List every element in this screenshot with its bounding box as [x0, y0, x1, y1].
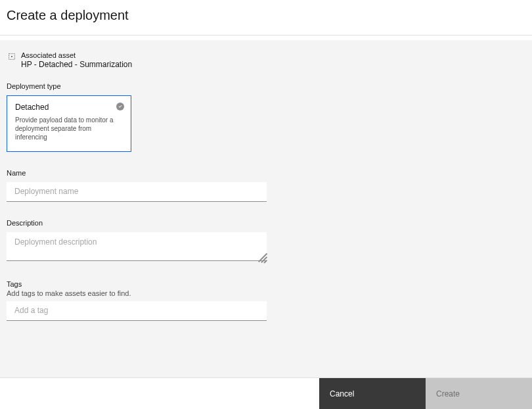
description-label: Description [7, 219, 525, 227]
footer-bar: Cancel Create [0, 377, 532, 409]
deployment-type-option-desc: Provide payload data to monitor a deploy… [15, 116, 123, 141]
tags-input[interactable] [7, 301, 267, 321]
page-header: Create a deployment [0, 0, 532, 36]
asset-icon [7, 51, 17, 62]
associated-asset-label: Associated asset [21, 51, 132, 60]
description-group: Description [7, 219, 525, 263]
deployment-type-label: Deployment type [7, 82, 525, 90]
name-input[interactable] [7, 182, 267, 202]
deployment-type-option-title: Detached [15, 103, 123, 112]
name-group: Name [7, 169, 525, 202]
checkmark-filled-icon [116, 103, 124, 110]
associated-asset-value: HP - Detached - Summarization [21, 60, 132, 70]
form-body: Associated asset HP - Detached - Summari… [0, 40, 532, 378]
tags-label: Tags [7, 280, 525, 288]
create-button[interactable]: Create [426, 378, 532, 409]
tags-group: Tags Add tags to make assets easier to f… [7, 280, 525, 321]
deployment-type-option-detached[interactable]: Detached Provide payload data to monitor… [7, 95, 131, 152]
svg-point-1 [11, 56, 12, 57]
tags-helper: Add tags to make assets easier to find. [7, 289, 525, 297]
name-label: Name [7, 169, 525, 177]
description-input[interactable] [7, 232, 267, 261]
page-title: Create a deployment [7, 8, 525, 23]
associated-asset-row: Associated asset HP - Detached - Summari… [7, 51, 525, 70]
footer-spacer [0, 378, 319, 409]
cancel-button[interactable]: Cancel [319, 378, 426, 409]
